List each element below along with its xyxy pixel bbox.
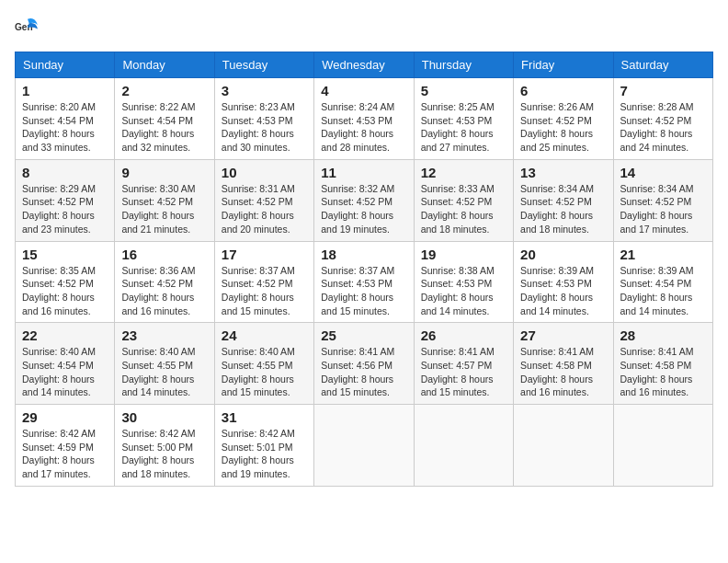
day-cell: 11 Sunrise: 8:32 AM Sunset: 4:52 PM Dayl… [314, 159, 414, 241]
col-header-monday: Monday [115, 52, 214, 78]
day-number: 29 [22, 409, 108, 425]
day-detail: Sunrise: 8:34 AM Sunset: 4:52 PM Dayligh… [520, 182, 606, 236]
day-detail: Sunrise: 8:39 AM Sunset: 4:53 PM Dayligh… [520, 264, 606, 318]
day-detail: Sunrise: 8:23 AM Sunset: 4:53 PM Dayligh… [222, 100, 307, 155]
col-header-tuesday: Tuesday [214, 52, 313, 78]
day-cell: 2 Sunrise: 8:22 AM Sunset: 4:54 PM Dayli… [115, 78, 214, 160]
day-cell: 9 Sunrise: 8:30 AM Sunset: 4:52 PM Dayli… [115, 159, 214, 241]
logo-icon: Gen [15, 15, 40, 40]
day-detail: Sunrise: 8:25 AM Sunset: 4:53 PM Dayligh… [421, 100, 506, 155]
day-number: 26 [421, 327, 506, 343]
day-detail: Sunrise: 8:41 AM Sunset: 4:58 PM Dayligh… [620, 345, 706, 399]
day-cell: 30 Sunrise: 8:42 AM Sunset: 5:00 PM Dayl… [115, 405, 214, 487]
day-number: 22 [22, 327, 108, 343]
day-number: 17 [222, 247, 307, 262]
day-cell: 16 Sunrise: 8:36 AM Sunset: 4:52 PM Dayl… [115, 241, 214, 323]
day-cell: 15 Sunrise: 8:35 AM Sunset: 4:52 PM Dayl… [16, 241, 115, 323]
day-detail: Sunrise: 8:42 AM Sunset: 5:01 PM Dayligh… [222, 427, 307, 481]
day-number: 16 [121, 247, 207, 262]
col-header-sunday: Sunday [16, 52, 115, 78]
day-number: 10 [222, 165, 307, 180]
day-number: 8 [22, 165, 108, 180]
col-header-saturday: Saturday [613, 52, 712, 78]
day-detail: Sunrise: 8:37 AM Sunset: 4:53 PM Dayligh… [321, 264, 406, 318]
day-detail: Sunrise: 8:31 AM Sunset: 4:52 PM Dayligh… [222, 182, 307, 236]
day-detail: Sunrise: 8:34 AM Sunset: 4:52 PM Dayligh… [620, 182, 706, 236]
week-row-5: 29 Sunrise: 8:42 AM Sunset: 4:59 PM Dayl… [16, 405, 713, 487]
day-number: 20 [520, 247, 606, 262]
day-number: 23 [121, 327, 207, 343]
day-detail: Sunrise: 8:40 AM Sunset: 4:54 PM Dayligh… [22, 345, 108, 399]
day-detail: Sunrise: 8:42 AM Sunset: 5:00 PM Dayligh… [121, 427, 207, 481]
calendar-table: SundayMondayTuesdayWednesdayThursdayFrid… [15, 52, 713, 487]
day-number: 13 [520, 165, 606, 180]
day-number: 28 [620, 327, 706, 343]
day-cell: 5 Sunrise: 8:25 AM Sunset: 4:53 PM Dayli… [414, 78, 513, 160]
day-cell: 14 Sunrise: 8:34 AM Sunset: 4:52 PM Dayl… [613, 159, 712, 241]
day-cell: 28 Sunrise: 8:41 AM Sunset: 4:58 PM Dayl… [613, 323, 712, 405]
day-cell: 3 Sunrise: 8:23 AM Sunset: 4:53 PM Dayli… [214, 78, 313, 160]
day-cell [613, 405, 712, 487]
day-detail: Sunrise: 8:35 AM Sunset: 4:52 PM Dayligh… [22, 264, 108, 318]
day-number: 31 [222, 409, 307, 425]
day-detail: Sunrise: 8:24 AM Sunset: 4:53 PM Dayligh… [321, 100, 406, 155]
day-number: 18 [321, 247, 406, 262]
day-number: 2 [121, 83, 207, 98]
day-cell: 17 Sunrise: 8:37 AM Sunset: 4:52 PM Dayl… [214, 241, 313, 323]
day-detail: Sunrise: 8:42 AM Sunset: 4:59 PM Dayligh… [22, 427, 108, 481]
week-row-4: 22 Sunrise: 8:40 AM Sunset: 4:54 PM Dayl… [16, 323, 713, 405]
day-detail: Sunrise: 8:30 AM Sunset: 4:52 PM Dayligh… [121, 182, 207, 236]
day-detail: Sunrise: 8:37 AM Sunset: 4:52 PM Dayligh… [222, 264, 307, 318]
day-cell: 8 Sunrise: 8:29 AM Sunset: 4:52 PM Dayli… [16, 159, 115, 241]
week-row-2: 8 Sunrise: 8:29 AM Sunset: 4:52 PM Dayli… [16, 159, 713, 241]
day-cell: 19 Sunrise: 8:38 AM Sunset: 4:53 PM Dayl… [414, 241, 513, 323]
day-cell: 31 Sunrise: 8:42 AM Sunset: 5:01 PM Dayl… [214, 405, 313, 487]
day-detail: Sunrise: 8:26 AM Sunset: 4:52 PM Dayligh… [520, 100, 606, 155]
day-cell: 13 Sunrise: 8:34 AM Sunset: 4:52 PM Dayl… [514, 159, 613, 241]
logo: Gen [15, 15, 44, 40]
day-cell: 22 Sunrise: 8:40 AM Sunset: 4:54 PM Dayl… [16, 323, 115, 405]
day-detail: Sunrise: 8:40 AM Sunset: 4:55 PM Dayligh… [222, 345, 307, 399]
day-detail: Sunrise: 8:40 AM Sunset: 4:55 PM Dayligh… [121, 345, 207, 399]
day-cell: 26 Sunrise: 8:41 AM Sunset: 4:57 PM Dayl… [414, 323, 513, 405]
day-number: 12 [421, 165, 506, 180]
day-number: 19 [421, 247, 506, 262]
day-cell: 1 Sunrise: 8:20 AM Sunset: 4:54 PM Dayli… [16, 78, 115, 160]
day-number: 27 [520, 327, 606, 343]
day-number: 30 [121, 409, 207, 425]
day-number: 11 [321, 165, 406, 180]
day-detail: Sunrise: 8:33 AM Sunset: 4:52 PM Dayligh… [421, 182, 506, 236]
day-cell: 18 Sunrise: 8:37 AM Sunset: 4:53 PM Dayl… [314, 241, 414, 323]
day-number: 5 [421, 83, 506, 98]
day-number: 15 [22, 247, 108, 262]
day-detail: Sunrise: 8:41 AM Sunset: 4:58 PM Dayligh… [520, 345, 606, 399]
day-number: 1 [22, 83, 108, 98]
day-cell: 27 Sunrise: 8:41 AM Sunset: 4:58 PM Dayl… [514, 323, 613, 405]
day-cell: 12 Sunrise: 8:33 AM Sunset: 4:52 PM Dayl… [414, 159, 513, 241]
day-detail: Sunrise: 8:28 AM Sunset: 4:52 PM Dayligh… [620, 100, 706, 155]
day-number: 25 [321, 327, 406, 343]
day-cell [414, 405, 513, 487]
day-cell: 7 Sunrise: 8:28 AM Sunset: 4:52 PM Dayli… [613, 78, 712, 160]
day-cell: 24 Sunrise: 8:40 AM Sunset: 4:55 PM Dayl… [214, 323, 313, 405]
day-number: 21 [620, 247, 706, 262]
week-row-3: 15 Sunrise: 8:35 AM Sunset: 4:52 PM Dayl… [16, 241, 713, 323]
day-number: 9 [121, 165, 207, 180]
day-cell [314, 405, 414, 487]
col-header-thursday: Thursday [414, 52, 513, 78]
day-cell: 10 Sunrise: 8:31 AM Sunset: 4:52 PM Dayl… [214, 159, 313, 241]
day-detail: Sunrise: 8:22 AM Sunset: 4:54 PM Dayligh… [121, 100, 207, 155]
day-detail: Sunrise: 8:29 AM Sunset: 4:52 PM Dayligh… [22, 182, 108, 236]
day-number: 14 [620, 165, 706, 180]
day-cell: 25 Sunrise: 8:41 AM Sunset: 4:56 PM Dayl… [314, 323, 414, 405]
day-detail: Sunrise: 8:20 AM Sunset: 4:54 PM Dayligh… [22, 100, 108, 155]
col-header-friday: Friday [514, 52, 613, 78]
day-cell: 20 Sunrise: 8:39 AM Sunset: 4:53 PM Dayl… [514, 241, 613, 323]
day-cell: 29 Sunrise: 8:42 AM Sunset: 4:59 PM Dayl… [16, 405, 115, 487]
day-number: 7 [620, 83, 706, 98]
page-header: Gen [15, 15, 713, 40]
day-detail: Sunrise: 8:32 AM Sunset: 4:52 PM Dayligh… [321, 182, 406, 236]
day-cell: 4 Sunrise: 8:24 AM Sunset: 4:53 PM Dayli… [314, 78, 414, 160]
day-detail: Sunrise: 8:41 AM Sunset: 4:56 PM Dayligh… [321, 345, 406, 399]
day-cell: 21 Sunrise: 8:39 AM Sunset: 4:54 PM Dayl… [613, 241, 712, 323]
